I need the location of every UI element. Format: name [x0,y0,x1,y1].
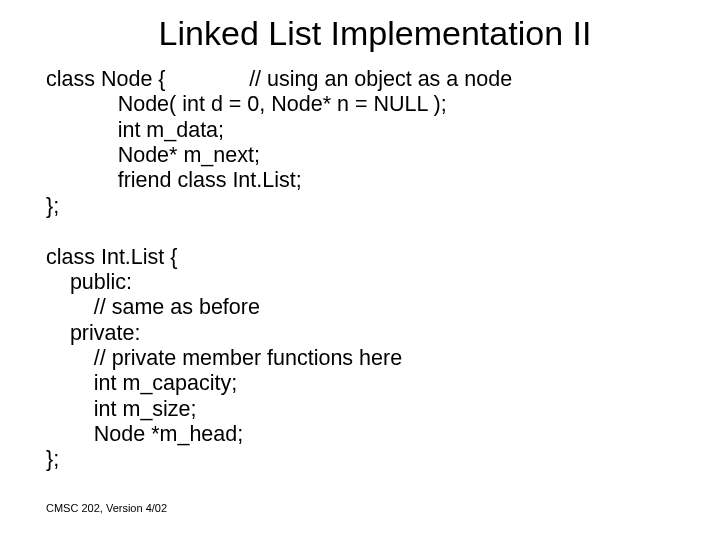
code-line: int m_data; [46,118,224,142]
code-line: }; [46,194,59,218]
slide-footer: CMSC 202, Version 4/02 [46,502,167,514]
code-line: public: [46,270,132,294]
slide-title: Linked List Implementation II [0,0,720,53]
code-line: Node* m_next; [46,143,260,167]
code-line: class Int.List { [46,245,177,269]
code-line: Node( int d = 0, Node* n = NULL ); [46,92,447,116]
code-line: friend class Int.List; [46,168,302,192]
code-line: class Node { // using an object as a nod… [46,67,512,91]
slide-body: class Node { // using an object as a nod… [0,53,720,473]
code-line: // same as before [46,295,260,319]
code-line: }; [46,447,59,471]
code-line: private: [46,321,140,345]
code-line: int m_size; [46,397,197,421]
code-line: Node *m_head; [46,422,243,446]
code-line: // private member functions here [46,346,402,370]
code-line: int m_capacity; [46,371,237,395]
slide: Linked List Implementation II class Node… [0,0,720,540]
